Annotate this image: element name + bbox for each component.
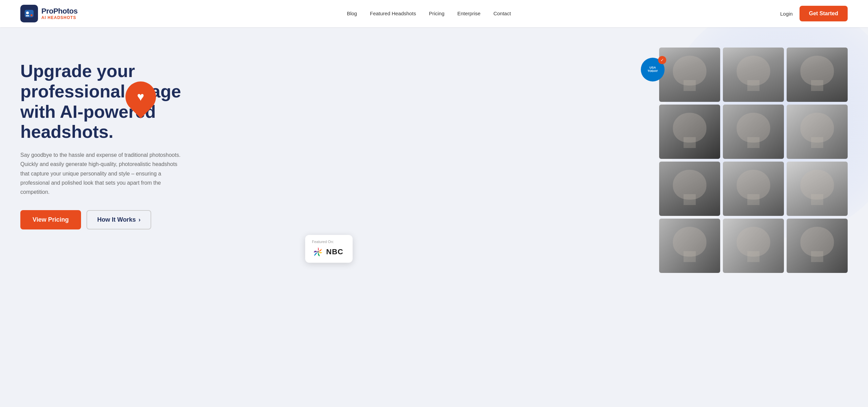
- photo-cell-4: [659, 105, 720, 159]
- how-it-works-button[interactable]: How It Works ›: [86, 210, 152, 229]
- photo-cell-1: [659, 48, 720, 102]
- featured-on-label: Featured On:: [312, 240, 346, 244]
- face-neck-3: [811, 80, 823, 91]
- face-neck-8: [747, 194, 760, 205]
- svg-point-6: [317, 251, 319, 253]
- photo-cell-8: [723, 162, 784, 216]
- hero-right: USA TODAY ✓: [197, 48, 848, 273]
- svg-point-3: [31, 14, 33, 16]
- face-neck-6: [811, 137, 823, 148]
- photo-cell-3: [787, 48, 848, 102]
- nbc-text: NBC: [326, 247, 343, 256]
- hero-left: Upgrade your professional image with AI-…: [20, 48, 197, 229]
- usa-today-line2: TODAY: [648, 70, 658, 73]
- svg-point-1: [26, 12, 29, 14]
- hero-title: Upgrade your professional image with AI-…: [20, 61, 197, 142]
- svg-rect-2: [26, 15, 29, 16]
- photo-cell-10: [659, 219, 720, 273]
- hero-buttons: View Pricing How It Works ›: [20, 210, 197, 229]
- photo-cell-11: [723, 219, 784, 273]
- nav-links: Blog Featured Headshots Pricing Enterpri…: [347, 11, 511, 17]
- logo-text-area: ProPhotos AI HEADSHOTS: [41, 7, 78, 20]
- nav-link-enterprise[interactable]: Enterprise: [457, 11, 480, 16]
- nav-link-featured[interactable]: Featured Headshots: [370, 11, 416, 16]
- brand-name: ProPhotos: [41, 7, 78, 15]
- view-pricing-button[interactable]: View Pricing: [20, 210, 81, 229]
- face-neck-4: [684, 137, 696, 148]
- face-neck-11: [747, 251, 760, 262]
- heart-icon: ♥: [137, 90, 144, 104]
- how-it-works-label: How It Works: [97, 216, 136, 223]
- hero-subtitle: Say goodbye to the hassle and expense of…: [20, 150, 183, 197]
- nbc-logo: NBC: [312, 246, 346, 258]
- nav-right: Login Get Started: [780, 6, 848, 21]
- get-started-button[interactable]: Get Started: [800, 6, 848, 21]
- nav-item-contact[interactable]: Contact: [493, 11, 511, 17]
- face-neck-2: [747, 80, 760, 91]
- hero-section: Upgrade your professional image with AI-…: [0, 27, 868, 273]
- face-neck-7: [684, 194, 696, 205]
- nav-link-contact[interactable]: Contact: [493, 11, 511, 16]
- photos-grid: [659, 48, 848, 273]
- navbar: ProPhotos AI HEADSHOTS Blog Featured Hea…: [0, 0, 868, 27]
- nav-item-blog[interactable]: Blog: [347, 11, 357, 17]
- face-neck-1: [684, 80, 696, 91]
- face-neck-5: [747, 137, 760, 148]
- nav-item-pricing[interactable]: Pricing: [429, 11, 445, 17]
- logo-icon: [20, 5, 38, 22]
- photo-cell-6: [787, 105, 848, 159]
- photo-cell-9: [787, 162, 848, 216]
- nav-link-blog[interactable]: Blog: [347, 11, 357, 16]
- login-link[interactable]: Login: [780, 11, 793, 17]
- photo-cell-5: [723, 105, 784, 159]
- usa-today-badge: USA TODAY ✓: [641, 58, 665, 81]
- nav-item-enterprise[interactable]: Enterprise: [457, 11, 480, 17]
- check-badge: ✓: [658, 56, 666, 64]
- face-neck-12: [811, 251, 823, 262]
- how-it-works-arrow: ›: [138, 216, 140, 223]
- nav-item-featured[interactable]: Featured Headshots: [370, 11, 416, 17]
- featured-on-card: Featured On: NBC: [305, 235, 353, 263]
- photo-cell-12: [787, 219, 848, 273]
- nav-link-pricing[interactable]: Pricing: [429, 11, 445, 16]
- brand-ai-label: AI HEADSHOTS: [41, 16, 78, 20]
- face-neck-10: [684, 251, 696, 262]
- logo-area: ProPhotos AI HEADSHOTS: [20, 5, 78, 22]
- face-neck-9: [811, 194, 823, 205]
- nbc-peacock-icon: [312, 246, 324, 258]
- photo-cell-7: [659, 162, 720, 216]
- photo-cell-2: [723, 48, 784, 102]
